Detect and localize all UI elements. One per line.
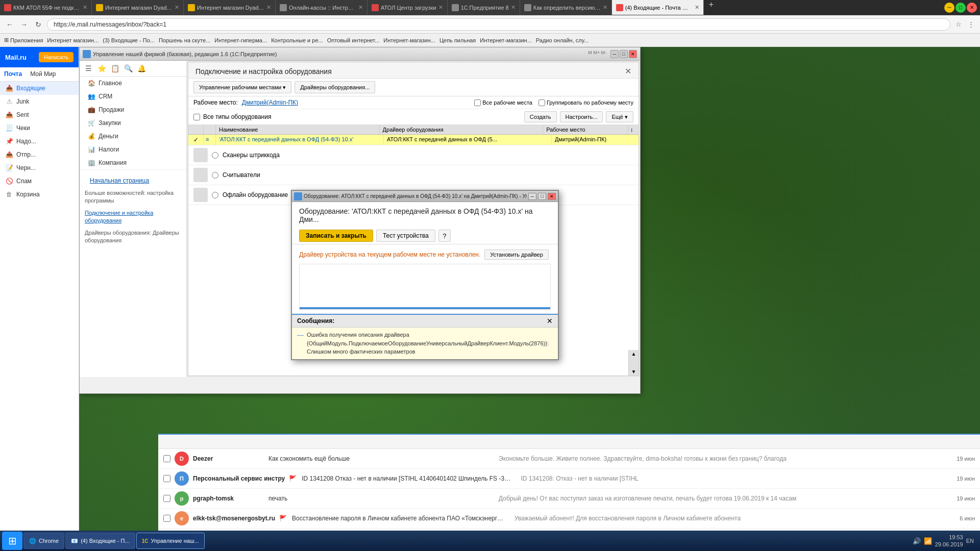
onec-home-link[interactable]: Начальная страница <box>85 174 181 187</box>
browser-tab-7[interactable]: Как определить версию О... ✕ <box>520 0 612 15</box>
th-sort[interactable]: ↕ <box>628 125 639 134</box>
equipment-type-readers[interactable]: Считыватели <box>188 165 639 185</box>
tab-close-7[interactable]: ✕ <box>603 4 607 11</box>
tab-close-4[interactable]: ✕ <box>358 4 363 11</box>
mail-todo-item[interactable]: 📌 Надо... <box>0 135 79 148</box>
install-driver-button[interactable]: Установить драйвер <box>484 249 549 260</box>
onec-equipment-link[interactable]: Подключение и настройка оборудования <box>85 207 181 227</box>
mail-nav-mymirror[interactable]: Мой Мир <box>26 67 60 81</box>
onec-nav-taxes[interactable]: 📊 Налоги <box>80 143 186 156</box>
test-device-button[interactable]: Тест устройства <box>376 230 435 242</box>
bookmark-7[interactable]: Интернет-магазин... <box>383 37 435 43</box>
onec-search-icon[interactable]: 🔍 <box>122 63 134 74</box>
configure-button[interactable]: Настроить... <box>560 111 603 122</box>
bookmark-9[interactable]: Интернет-магазин... <box>480 37 532 43</box>
onec-nav-money[interactable]: 💰 Деньги <box>80 130 186 143</box>
mail-outbox-item[interactable]: 📤 Отпр... <box>0 148 79 161</box>
create-button[interactable]: Создать <box>524 111 557 122</box>
all-workplaces-checkbox[interactable] <box>474 99 481 106</box>
start-button[interactable]: ⊞ <box>2 532 22 550</box>
bookmark-4[interactable]: Интернет-гиперма... <box>214 37 267 43</box>
mail-checkbox-2[interactable] <box>163 475 170 482</box>
reload-button[interactable]: ↻ <box>33 19 44 30</box>
mail-drafts-item[interactable]: 📝 Черн... <box>0 161 79 174</box>
onec-max-button[interactable]: □ <box>620 50 628 58</box>
mail-spam-item[interactable]: 🚫 Спам <box>0 174 79 188</box>
mail-junk-item[interactable]: ⚠ Junk <box>0 95 79 108</box>
taskbar-chrome[interactable]: 🌐 Chrome <box>23 533 64 549</box>
scroll-up-icon[interactable]: ▲ <box>631 351 636 357</box>
onec-nav-company[interactable]: 🏢 Компания <box>80 156 186 169</box>
tab-close-3[interactable]: ✕ <box>266 4 271 11</box>
browser-tab-1[interactable]: ККМ АТОЛ 55Ф не подкл... ✕ <box>0 0 92 15</box>
messages-close-button[interactable]: ✕ <box>547 317 553 325</box>
offline-radio[interactable] <box>212 192 218 198</box>
menu-icon[interactable]: ⋮ <box>966 19 976 30</box>
browser-tab-3[interactable]: Интернет магазин Dyadko... ✕ <box>184 0 276 15</box>
browser-tab-8[interactable]: (4) Входящие - Почта Mai... ✕ <box>612 0 704 15</box>
mail-checkbox-4[interactable] <box>163 515 170 522</box>
mail-write-button[interactable]: Написать <box>39 52 74 62</box>
help-button[interactable]: ? <box>438 230 451 242</box>
mail-checkbox-1[interactable] <box>163 455 170 462</box>
new-tab-button[interactable]: + <box>704 0 719 15</box>
group-workplace-checkbox[interactable] <box>538 99 545 106</box>
mail-item-1[interactable]: D Deezer Как сэкономить ещё больше Эконо… <box>158 449 980 469</box>
bookmark-icon[interactable]: ☆ <box>953 19 964 30</box>
mail-item-3[interactable]: p pgraph-tomsk печать Добрый день! От ва… <box>158 489 980 509</box>
more-button[interactable]: Ещё ▾ <box>606 111 633 122</box>
bookmark-2[interactable]: (3) Входящие - По... <box>103 37 155 43</box>
mail-inbox-item[interactable]: 📥 Входящие <box>0 82 79 95</box>
mail-trash-item[interactable]: 🗑 Корзина <box>0 188 79 201</box>
reader-radio[interactable] <box>212 172 218 179</box>
onec-nav-crm[interactable]: 👥 CRM <box>80 90 186 103</box>
onec-menu-icon[interactable]: ☰ <box>83 63 94 74</box>
scroll-down-icon[interactable]: ▼ <box>631 369 636 374</box>
mail-sent-item[interactable]: 📤 Sent <box>0 108 79 121</box>
bookmark-3[interactable]: Поршень на скуте... <box>159 37 210 43</box>
onec-history-icon[interactable]: 📋 <box>109 63 120 74</box>
bookmark-1[interactable]: Интернет магазин... <box>47 37 99 43</box>
detail-max-button[interactable]: □ <box>538 193 546 200</box>
window-minimize[interactable]: ─ <box>944 3 954 13</box>
onec-notifications-icon[interactable]: 🔔 <box>136 63 147 74</box>
onec-nav-home[interactable]: 🏠 Главное <box>80 77 186 90</box>
mail-checkbox-3[interactable] <box>163 495 170 502</box>
manage-workplaces-button[interactable]: Управление рабочими местами ▾ <box>193 81 291 93</box>
detail-min-button[interactable]: ─ <box>528 193 536 200</box>
bookmark-6[interactable]: Оптовый интернет... <box>327 37 380 43</box>
detail-close-button[interactable]: ✕ <box>548 193 556 200</box>
browser-tab-2[interactable]: Интернет магазин Dyadko... ✕ <box>92 0 184 15</box>
window-maximize[interactable]: □ <box>955 3 966 13</box>
browser-tab-4[interactable]: Онлайн-кассы :: Инструкц... ✕ <box>276 0 368 15</box>
onec-close-button[interactable]: ✕ <box>629 50 637 58</box>
back-button[interactable]: ← <box>4 19 15 30</box>
onec-drivers-link[interactable]: Драйверы оборудования: Драйверы оборудов… <box>85 227 181 247</box>
onec-min-button[interactable]: ─ <box>610 50 619 58</box>
mail-item-4[interactable]: e elkk-tsk@mosenergosbyt.ru 🚩 Восстановл… <box>158 509 980 529</box>
bookmark-5[interactable]: Контрольные и ре... <box>271 37 323 43</box>
mail-nav-mail[interactable]: Почта <box>0 67 26 81</box>
scanner-radio[interactable] <box>212 152 218 159</box>
address-input[interactable] <box>47 18 950 31</box>
save-close-button[interactable]: Записать и закрыть <box>299 230 373 242</box>
tab-close-1[interactable]: ✕ <box>83 4 87 11</box>
taskbar-mail[interactable]: 📧 (4) Входящие - П... <box>65 533 135 549</box>
tab-close-8[interactable]: ✕ <box>695 4 699 11</box>
taskbar-onec[interactable]: 1С Управление наш... <box>136 533 205 549</box>
all-types-checkbox[interactable] <box>193 114 200 120</box>
equipment-type-scanners[interactable]: Сканеры штриккода <box>188 145 639 165</box>
forward-button[interactable]: → <box>18 19 30 30</box>
browser-tab-6[interactable]: 1С:Предприятие 8 ✕ <box>448 0 520 15</box>
onec-more-features[interactable]: Больше возможностей: настройка программы <box>85 187 181 207</box>
lang-indicator[interactable]: EN <box>966 538 974 544</box>
workplace-value[interactable]: Дмитрий(Admin-ПК) <box>242 99 298 106</box>
tab-close-5[interactable]: ✕ <box>438 4 443 11</box>
tab-close-2[interactable]: ✕ <box>175 4 179 11</box>
bookmark-8[interactable]: Цепь пильная <box>439 37 476 43</box>
equipment-table-row[interactable]: ✓ ≡ 'АТОЛ:ККТ с передачей данных в ОФД (… <box>188 135 639 145</box>
onec-favorite-icon[interactable]: ⭐ <box>96 63 107 74</box>
onec-nav-purchases[interactable]: 🛒 Закупки <box>80 116 186 130</box>
equipment-panel-close[interactable]: ✕ <box>625 66 631 76</box>
mail-checks-item[interactable]: 🧾 Чеки <box>0 121 79 135</box>
